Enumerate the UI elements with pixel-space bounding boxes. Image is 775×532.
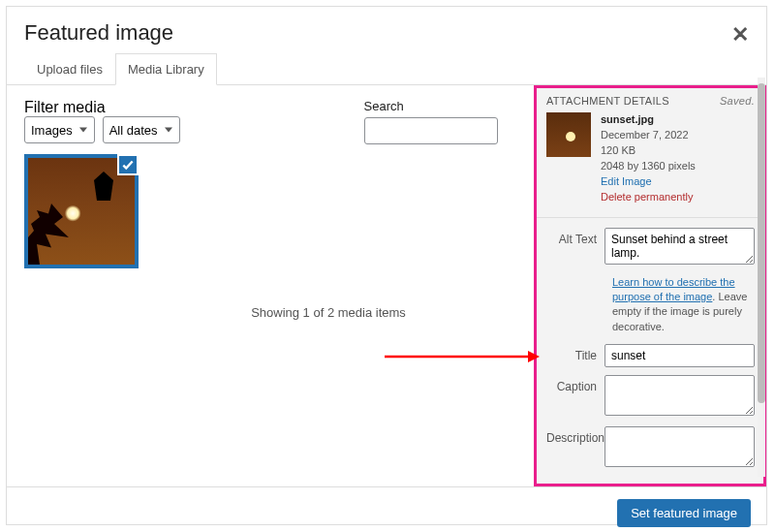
filter-type-select[interactable]: Images xyxy=(24,116,95,143)
annotation-arrow-icon xyxy=(385,347,540,366)
scrollbar-thumb[interactable] xyxy=(758,83,765,403)
attachment-details-heading: ATTACHMENT DETAILS xyxy=(546,95,669,107)
lamp-shape xyxy=(90,172,117,239)
filter-dates-select[interactable]: All dates xyxy=(103,116,180,143)
media-library-main: Filter media Images All dates Search xyxy=(7,85,534,486)
title-label: Title xyxy=(546,344,604,362)
scrollbar[interactable] xyxy=(758,78,765,477)
attachment-dimensions: 2048 by 1360 pixels xyxy=(601,159,696,174)
svg-marker-1 xyxy=(528,351,540,362)
description-label: Description xyxy=(546,426,604,445)
modal-title: Featured image xyxy=(24,20,749,46)
featured-image-modal: Featured image ✕ Upload files Media Libr… xyxy=(6,6,767,525)
lamp-bracket-shape xyxy=(28,197,86,265)
attachment-thumbnail xyxy=(546,112,591,157)
alt-text-label: Alt Text xyxy=(546,228,604,246)
filter-media-label: Filter media xyxy=(24,99,106,115)
tab-media-library[interactable]: Media Library xyxy=(115,53,217,85)
alt-text-input[interactable]: Sunset behind a street lamp. xyxy=(604,228,755,265)
delete-permanently-link[interactable]: Delete permanently xyxy=(601,190,696,205)
modal-header: Featured image ✕ xyxy=(7,7,766,53)
selected-check-icon xyxy=(117,154,139,175)
media-thumbnail-sunset[interactable] xyxy=(24,154,139,268)
caption-label: Caption xyxy=(546,375,604,393)
tab-upload-files[interactable]: Upload files xyxy=(24,53,115,85)
saved-status: Saved. xyxy=(720,95,755,107)
items-count-status: Showing 1 of 2 media items xyxy=(140,305,516,320)
attachment-details-panel: ATTACHMENT DETAILS Saved. sunset.jpg Dec… xyxy=(534,85,766,486)
attachment-filesize: 120 KB xyxy=(601,143,696,159)
attachment-filename: sunset.jpg xyxy=(601,112,696,128)
tabs-bar: Upload files Media Library xyxy=(7,53,766,85)
description-input[interactable] xyxy=(604,426,755,467)
edit-image-link[interactable]: Edit Image xyxy=(601,174,696,190)
title-input[interactable] xyxy=(604,344,755,367)
caption-input[interactable] xyxy=(604,375,755,416)
alt-text-note: Learn how to describe the purpose of the… xyxy=(612,275,755,335)
set-featured-image-button[interactable]: Set featured image xyxy=(617,499,751,527)
search-label: Search xyxy=(364,99,498,113)
close-icon[interactable]: ✕ xyxy=(731,22,749,47)
modal-footer: Set featured image xyxy=(7,486,766,532)
search-input[interactable] xyxy=(364,117,498,144)
attachment-date: December 7, 2022 xyxy=(601,128,696,143)
